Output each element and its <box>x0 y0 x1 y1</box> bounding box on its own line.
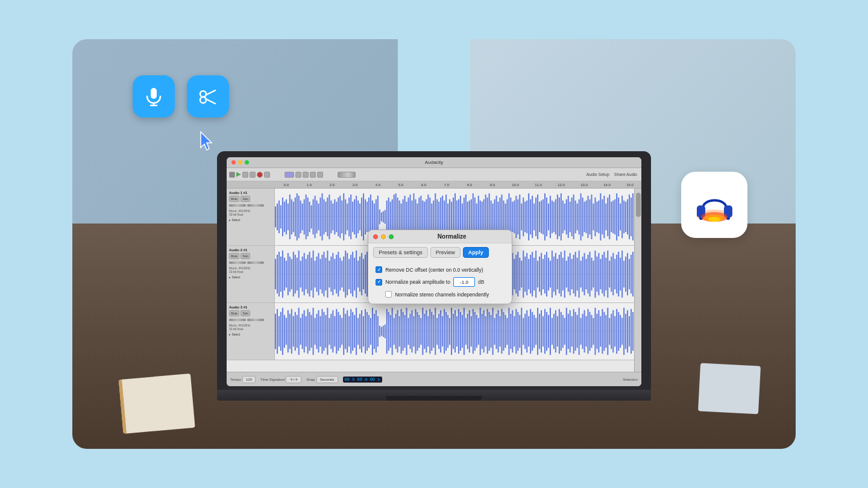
svg-rect-439 <box>311 315 312 348</box>
volume-slider[interactable] <box>338 172 356 178</box>
track-1-gain[interactable] <box>229 204 246 207</box>
svg-rect-90 <box>406 202 407 232</box>
svg-rect-539 <box>491 315 492 348</box>
svg-rect-212 <box>625 202 626 232</box>
snap-input[interactable]: Seconds <box>316 376 338 383</box>
track-3-select[interactable]: ▸ Select <box>229 333 272 336</box>
svg-rect-20 <box>280 205 281 229</box>
svg-rect-59 <box>350 195 351 239</box>
skip-back-btn[interactable] <box>242 172 248 178</box>
track-2-controls: Audio 2 #1 Mute Solo Mon <box>227 246 275 302</box>
timesig-value: 4 / 4 <box>291 378 298 381</box>
tempo-input[interactable]: 120 <box>242 376 256 383</box>
svg-rect-365 <box>539 257 540 292</box>
vertical-scrollbar[interactable] <box>634 189 641 372</box>
track-1-solo[interactable]: Solo <box>241 196 250 202</box>
svg-rect-441 <box>315 318 316 345</box>
laptop-screen: Audacity <box>227 157 641 386</box>
track-3-gain[interactable] <box>229 319 246 321</box>
pause-btn[interactable] <box>229 172 235 178</box>
dialog-close[interactable] <box>373 234 378 239</box>
presets-settings-tab[interactable]: Presets & settings <box>373 247 428 258</box>
svg-rect-544 <box>500 316 501 346</box>
svg-rect-561 <box>530 309 531 354</box>
zoom-sel[interactable] <box>317 172 323 178</box>
svg-rect-366 <box>541 253 542 295</box>
svg-rect-264 <box>357 261 359 288</box>
timesig-input[interactable]: 4 / 4 <box>286 376 301 383</box>
track-1-select[interactable]: ▸ Select <box>229 218 272 222</box>
track-3-mute[interactable]: Mute <box>229 310 239 316</box>
track-2-gain[interactable] <box>229 261 246 264</box>
zoom-in[interactable] <box>295 172 301 178</box>
svg-point-3 <box>200 91 206 97</box>
svg-rect-417 <box>632 252 634 296</box>
svg-rect-153 <box>519 195 520 239</box>
svg-rect-563 <box>533 315 535 348</box>
svg-rect-448 <box>327 308 328 355</box>
normalize-stereo-checkbox[interactable] <box>385 291 392 298</box>
svg-rect-404 <box>609 261 610 288</box>
svg-rect-204 <box>611 202 612 232</box>
svg-rect-261 <box>352 252 353 296</box>
svg-rect-192 <box>590 199 591 234</box>
svg-rect-501 <box>422 308 423 355</box>
svg-rect-558 <box>524 314 526 349</box>
track-1-info: Mono, 44100Hz32-bit float <box>229 209 272 216</box>
svg-rect-525 <box>465 318 467 345</box>
play-btn[interactable] <box>236 172 241 177</box>
fit-view[interactable] <box>310 172 316 178</box>
track-2-mute[interactable]: Mute <box>229 253 239 259</box>
svg-rect-145 <box>505 204 506 231</box>
audio-setup-label[interactable]: Audio Setup <box>585 172 611 177</box>
peak-value-input[interactable] <box>453 277 475 287</box>
share-audio-label[interactable]: Share Audio <box>612 172 639 177</box>
dialog-maximize[interactable] <box>389 234 394 239</box>
main-toolbar: Audio Setup Share Audio <box>227 168 641 181</box>
svg-rect-205 <box>612 201 614 233</box>
svg-rect-131 <box>480 201 481 233</box>
track-1-name: Audio 1 #1 <box>229 191 272 195</box>
svg-rect-188 <box>582 198 583 236</box>
svg-rect-241 <box>316 257 318 292</box>
svg-rect-26 <box>291 199 292 234</box>
track-2-pan[interactable] <box>247 261 264 264</box>
track-3-solo[interactable]: Solo <box>241 310 250 316</box>
svg-rect-527 <box>469 310 470 352</box>
maximize-dot[interactable] <box>245 160 249 164</box>
select-tool[interactable] <box>285 172 294 178</box>
track-1-mute[interactable]: Mute <box>229 196 239 202</box>
preview-tab[interactable]: Preview <box>430 247 461 258</box>
svg-rect-400 <box>602 255 603 293</box>
track-3-pan[interactable] <box>247 319 264 321</box>
svg-rect-22 <box>284 202 285 232</box>
svg-rect-21 <box>282 198 283 236</box>
svg-rect-465 <box>357 318 359 345</box>
close-dot[interactable] <box>231 160 236 164</box>
svg-rect-104 <box>431 204 432 231</box>
track-1-pan[interactable] <box>247 204 264 207</box>
svg-rect-150 <box>514 201 515 233</box>
svg-rect-467 <box>361 310 362 352</box>
svg-rect-141 <box>498 202 499 232</box>
dialog-minimize[interactable] <box>381 234 386 239</box>
svg-rect-46 <box>327 198 328 236</box>
stop-btn[interactable] <box>264 172 270 178</box>
record-btn[interactable] <box>257 172 263 178</box>
mic-icon-badge <box>133 75 175 117</box>
track-2-solo[interactable]: Solo <box>241 253 250 259</box>
skip-fwd-btn[interactable] <box>250 172 256 178</box>
svg-rect-255 <box>341 261 342 288</box>
svg-rect-369 <box>546 252 547 296</box>
svg-rect-174 <box>557 195 558 239</box>
zoom-out[interactable] <box>303 172 309 178</box>
track-2-select[interactable]: ▸ Select <box>229 275 272 279</box>
svg-rect-396 <box>594 251 596 298</box>
apply-tab[interactable]: Apply <box>463 247 489 258</box>
normalize-peak-checkbox[interactable] <box>376 279 382 286</box>
svg-rect-495 <box>411 310 412 352</box>
minimize-dot[interactable] <box>238 160 242 164</box>
svg-rect-505 <box>429 309 430 354</box>
remove-dc-checkbox[interactable] <box>376 266 382 273</box>
svg-rect-580 <box>564 318 565 345</box>
